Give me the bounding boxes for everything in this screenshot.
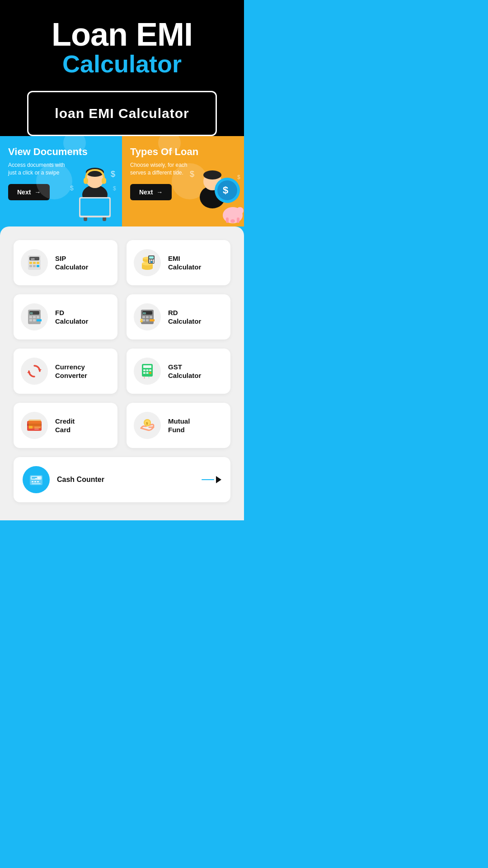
svg-rect-96	[37, 481, 39, 482]
svg-rect-65	[150, 319, 155, 321]
promo-card-types-of-loan[interactable]: Types Of Loan Choose wisely, for each se…	[122, 136, 244, 226]
mutual-fund-label: MutualFund	[168, 417, 190, 434]
svg-rect-9	[80, 198, 109, 216]
cash-counter-icon: $	[23, 466, 50, 493]
svg-rect-94	[32, 481, 33, 482]
svg-rect-33	[37, 265, 39, 267]
svg-marker-70	[27, 371, 31, 373]
fd-icon: FD	[21, 303, 48, 330]
svg-rect-45	[153, 259, 154, 261]
svg-text:RD: RD	[143, 312, 146, 315]
loan-illustration: $ $ $	[188, 154, 244, 226]
gst-label: GSTCalculator	[168, 363, 201, 380]
currency-label: CurrencyConverter	[55, 363, 87, 380]
svg-rect-51	[29, 316, 32, 318]
emi-calculator-item[interactable]: EMICalculator	[127, 240, 230, 285]
svg-text:$: $	[111, 170, 115, 179]
svg-rect-60	[142, 316, 145, 318]
svg-text:$: $	[113, 185, 116, 192]
cash-counter-label: Cash Counter	[57, 476, 194, 484]
credit-card-icon	[21, 412, 48, 439]
rd-label: RDCalculator	[168, 308, 201, 326]
svg-rect-6	[84, 178, 88, 184]
svg-text:123: 123	[31, 258, 35, 260]
credit-card-item[interactable]: CreditCard	[14, 403, 117, 448]
mutual-fund-icon: $	[134, 412, 161, 439]
promo-next-button-loan[interactable]: Next →	[130, 184, 172, 200]
svg-point-67	[140, 319, 143, 321]
svg-rect-43	[149, 259, 150, 261]
svg-text:↑: ↑	[148, 374, 150, 379]
rd-icon: RD	[134, 303, 161, 330]
svg-rect-73	[143, 369, 145, 371]
svg-text:$: $	[38, 476, 40, 480]
svg-rect-75	[149, 369, 151, 371]
app-title-sub: Calculator	[9, 51, 235, 77]
svg-marker-69	[38, 369, 42, 371]
svg-rect-72	[143, 365, 151, 368]
svg-text:↓: ↓	[143, 374, 145, 379]
svg-rect-77	[146, 372, 149, 374]
app-title-main: Loan EMI	[9, 18, 235, 51]
svg-rect-7	[102, 178, 106, 184]
svg-rect-62	[150, 316, 152, 318]
svg-rect-93	[32, 478, 35, 479]
emi-icon	[134, 249, 161, 276]
svg-rect-42	[149, 256, 154, 259]
svg-rect-30	[37, 262, 39, 264]
rd-calculator-item[interactable]: RD RDCalculator	[127, 294, 230, 340]
svg-rect-95	[34, 481, 36, 482]
cash-counter-arrow	[202, 476, 221, 483]
svg-rect-61	[146, 316, 149, 318]
gst-calculator-item[interactable]: ↓ ↑ GSTCalculator	[127, 349, 230, 394]
svg-rect-44	[151, 259, 152, 261]
svg-rect-78	[149, 372, 151, 374]
gst-icon: ↓ ↑	[134, 358, 161, 385]
cash-counter-item[interactable]: $ Cash Counter	[14, 457, 230, 502]
documents-illustration: $ $ $	[66, 154, 122, 226]
svg-rect-52	[33, 316, 36, 318]
main-content: 123 SIPCalculator	[0, 226, 244, 520]
fd-label: FDCalculator	[55, 308, 88, 326]
svg-text:FD: FD	[30, 312, 33, 315]
svg-rect-55	[33, 319, 36, 321]
svg-rect-46	[149, 261, 150, 263]
svg-point-66	[140, 321, 143, 322]
fd-calculator-item[interactable]: FD FDCalculator	[14, 294, 117, 340]
svg-rect-29	[33, 262, 36, 264]
svg-text:$: $	[223, 184, 228, 196]
banner-card: loan EMI Calculator	[27, 91, 217, 136]
svg-point-20	[236, 207, 244, 214]
svg-rect-22	[226, 217, 229, 223]
svg-rect-74	[146, 369, 149, 371]
svg-text:$: $	[146, 421, 148, 425]
svg-text:$: $	[237, 174, 240, 180]
svg-point-21	[230, 219, 235, 223]
promo-card-view-documents[interactable]: View Documents Access documents with jus…	[0, 136, 122, 226]
mutual-fund-item[interactable]: $ MutualFund	[127, 403, 230, 448]
sip-calculator-item[interactable]: 123 SIPCalculator	[14, 240, 117, 285]
svg-rect-85	[34, 429, 39, 429]
svg-rect-32	[33, 265, 36, 267]
calculator-grid: 123 SIPCalculator	[14, 240, 230, 448]
sip-label: SIPCalculator	[55, 254, 88, 272]
svg-point-15	[203, 170, 221, 179]
svg-rect-86	[28, 420, 41, 429]
svg-rect-97	[32, 483, 41, 484]
credit-card-label: CreditCard	[55, 417, 75, 434]
svg-rect-53	[37, 316, 39, 318]
currency-icon	[21, 358, 48, 385]
svg-rect-48	[153, 261, 154, 263]
svg-rect-56	[37, 319, 42, 321]
svg-rect-76	[143, 372, 145, 374]
banner-text: loan EMI Calculator	[42, 106, 202, 121]
header-section: Loan EMI Calculator	[0, 0, 244, 91]
emi-label: EMICalculator	[168, 254, 201, 272]
promo-row: View Documents Access documents with jus…	[0, 136, 244, 226]
svg-text:$: $	[70, 184, 74, 192]
svg-rect-47	[151, 261, 152, 263]
svg-rect-64	[146, 319, 149, 321]
banner-wrapper: loan EMI Calculator	[0, 91, 244, 136]
svg-text:$: $	[190, 170, 194, 179]
currency-converter-item[interactable]: CurrencyConverter	[14, 349, 117, 394]
